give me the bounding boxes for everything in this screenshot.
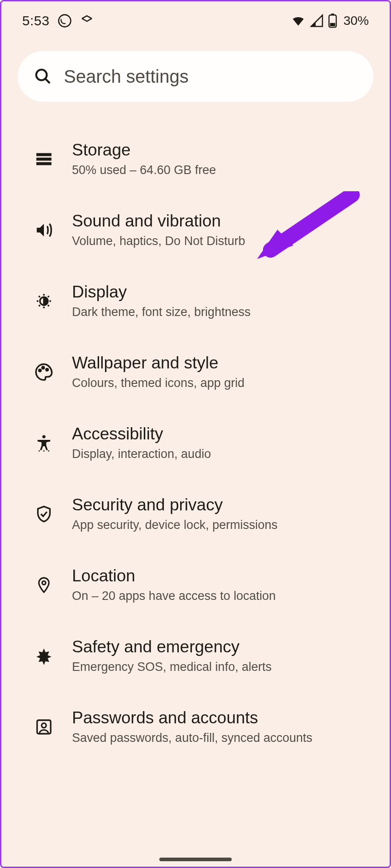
setting-subtitle: Volume, haptics, Do Not Disturb [72,234,245,248]
setting-text: Sound and vibration Volume, haptics, Do … [72,212,245,248]
setting-item-accessibility[interactable]: Accessibility Display, interaction, audi… [1,407,390,478]
whatsapp-icon [57,14,72,28]
setting-title: Security and privacy [72,495,277,514]
setting-item-passwords[interactable]: Passwords and accounts Saved passwords, … [1,691,390,762]
search-input[interactable] [64,66,357,87]
svg-point-15 [43,450,45,452]
setting-item-storage[interactable]: Storage 50% used – 64.60 GB free [1,123,390,194]
setting-item-safety[interactable]: Safety and emergency Emergency SOS, medi… [1,620,390,691]
search-settings[interactable] [18,51,373,102]
svg-point-13 [43,435,46,438]
search-icon [34,67,52,85]
nav-handle[interactable] [159,858,232,861]
battery-percent: 30% [343,14,369,28]
shield-icon [33,503,55,525]
setting-text: Storage 50% used – 64.60 GB free [72,141,216,177]
setting-text: Accessibility Display, interaction, audi… [72,425,211,461]
setting-item-location[interactable]: Location On – 20 apps have access to loc… [1,549,390,620]
svg-point-12 [46,368,48,371]
settings-screen: 5:53 30% [0,0,391,868]
display-icon [33,290,55,312]
setting-item-sound[interactable]: Sound and vibration Volume, haptics, Do … [1,194,390,265]
setting-text: Safety and emergency Emergency SOS, medi… [72,637,272,674]
setting-title: Storage [72,141,216,160]
svg-point-16 [48,450,49,452]
setting-item-display[interactable]: Display Dark theme, font size, brightnes… [1,265,390,336]
wifi-icon [291,14,305,28]
status-time: 5:53 [22,13,49,28]
svg-point-14 [38,450,40,452]
search-wrap [1,33,390,111]
svg-point-10 [39,369,41,372]
svg-point-0 [59,15,71,27]
setting-title: Safety and emergency [72,637,272,656]
svg-rect-2 [331,14,334,15]
palette-icon [33,361,55,383]
setting-subtitle: Colours, themed icons, app grid [72,376,244,390]
location-icon [33,574,55,596]
svg-rect-8 [36,162,51,165]
svg-point-11 [42,367,44,369]
setting-subtitle: On – 20 apps have access to location [72,589,276,603]
svg-point-17 [42,581,46,585]
setting-title: Location [72,566,276,585]
svg-rect-7 [36,157,51,160]
setting-item-security[interactable]: Security and privacy App security, devic… [1,478,390,549]
svg-rect-6 [36,153,51,156]
status-left: 5:53 [22,13,94,28]
status-bar: 5:53 30% [1,1,390,33]
storage-icon [33,148,55,170]
svg-point-4 [36,70,47,80]
account-box-icon [33,716,55,738]
svg-point-19 [42,723,46,727]
setting-title: Wallpaper and style [72,354,244,373]
setting-subtitle: Dark theme, font size, brightness [72,305,251,319]
status-right: 30% [291,14,369,28]
setting-text: Display Dark theme, font size, brightnes… [72,283,251,319]
setting-item-wallpaper[interactable]: Wallpaper and style Colours, themed icon… [1,336,390,407]
package-icon [80,14,94,28]
setting-text: Wallpaper and style Colours, themed icon… [72,354,244,390]
setting-text: Security and privacy App security, devic… [72,495,277,532]
settings-list: Storage 50% used – 64.60 GB free Sound a… [1,111,390,762]
signal-icon [310,14,324,28]
sound-icon [33,219,55,241]
svg-line-5 [45,79,50,83]
setting-subtitle: Saved passwords, auto-fill, synced accou… [72,731,312,745]
accessibility-icon [33,432,55,454]
setting-subtitle: 50% used – 64.60 GB free [72,163,216,177]
setting-title: Passwords and accounts [72,708,312,727]
setting-title: Display [72,283,251,302]
setting-subtitle: Display, interaction, audio [72,447,211,461]
svg-rect-3 [330,23,335,26]
setting-title: Sound and vibration [72,212,245,231]
setting-text: Location On – 20 apps have access to loc… [72,566,276,603]
setting-subtitle: App security, device lock, permissions [72,518,277,532]
setting-text: Passwords and accounts Saved passwords, … [72,708,312,745]
setting-title: Accessibility [72,425,211,443]
setting-subtitle: Emergency SOS, medical info, alerts [72,660,272,674]
medical-icon [33,645,55,667]
battery-icon [328,14,337,28]
